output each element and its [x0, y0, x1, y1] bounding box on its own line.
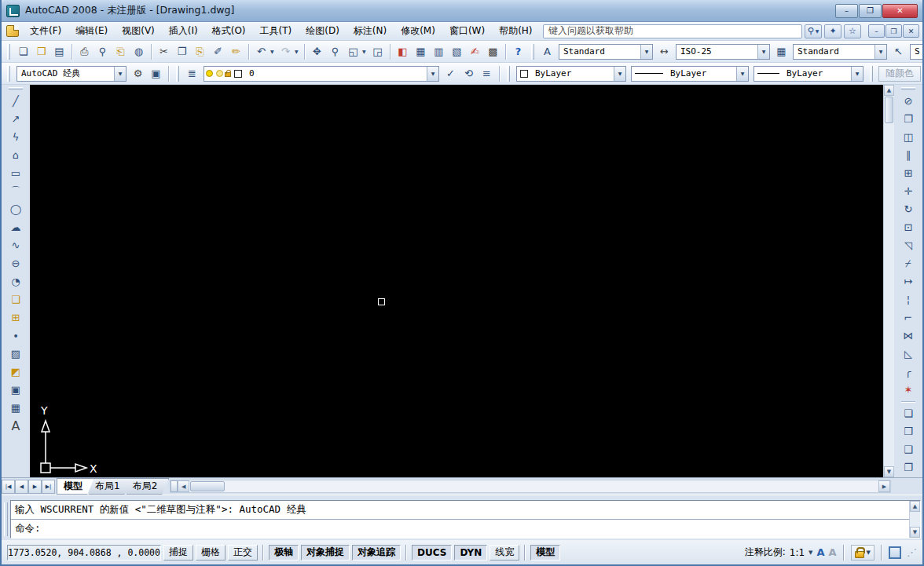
cut-icon[interactable]: ✂	[155, 43, 173, 60]
block-editor-icon[interactable]: ✏	[227, 43, 245, 60]
menu-modify[interactable]: 修改(M)	[394, 22, 442, 40]
chamfer-icon[interactable]: ◺	[900, 345, 918, 363]
chevron-down-icon[interactable]: ▼	[640, 45, 652, 59]
mirror-icon[interactable]: ◫	[900, 128, 918, 146]
menu-format[interactable]: 格式(O)	[205, 22, 253, 40]
toolbar-lock-button[interactable]: ▼	[851, 545, 874, 561]
join-icon[interactable]: ⋈	[900, 327, 918, 345]
tab-next-icon[interactable]: ▶	[28, 480, 42, 494]
mtext-icon[interactable]: A	[7, 417, 25, 435]
offset-icon[interactable]: ∥	[900, 146, 918, 164]
layer-properties-manager-icon[interactable]: ≣	[183, 65, 201, 82]
redo-dropdown-icon[interactable]: ▼	[295, 49, 301, 54]
pan-icon[interactable]: ✥	[308, 43, 326, 60]
vertical-scrollbar[interactable]: ▲ ▼	[883, 85, 894, 477]
undo-dropdown-icon[interactable]: ▼	[270, 49, 277, 54]
scroll-right-icon[interactable]: ▶	[878, 480, 890, 492]
text-style-icon[interactable]: A	[538, 43, 556, 60]
make-object-layer-current-icon[interactable]: ✓	[442, 65, 460, 82]
horizontal-scroll-thumb[interactable]	[190, 481, 225, 491]
tab-layout2[interactable]: 布局2	[126, 478, 170, 495]
toggle-model[interactable]: 模型	[530, 545, 560, 561]
command-window-grip[interactable]	[4, 502, 8, 536]
workspaces-toolbar-grip[interactable]	[7, 66, 10, 82]
layer-freeze-icon[interactable]	[216, 70, 223, 77]
menu-insert[interactable]: 插入(I)	[162, 22, 205, 40]
tab-prev-icon[interactable]: ◀	[15, 480, 28, 494]
ellipse-icon[interactable]: ⊖	[7, 254, 25, 272]
scroll-up-icon[interactable]: ▲	[884, 85, 894, 96]
dim-style-icon[interactable]: ↔	[655, 43, 673, 60]
drawing-canvas[interactable]: Y X	[30, 85, 883, 477]
chevron-down-icon[interactable]: ▼	[736, 67, 748, 81]
send-under-objects-icon[interactable]: ❐	[900, 458, 918, 477]
table-icon[interactable]: ▦	[7, 399, 25, 417]
new-icon[interactable]: ❏	[14, 43, 32, 60]
workspace-settings-gear-icon[interactable]: ⚙	[129, 65, 147, 82]
zoom-dropdown-icon[interactable]: ▼	[362, 49, 368, 54]
zoom-realtime-icon[interactable]: ⚲	[326, 43, 344, 60]
chevron-down-icon[interactable]: ▼	[808, 550, 812, 556]
color-combo[interactable]: ByLayer ▼	[516, 66, 626, 82]
close-button[interactable]: ✕	[882, 4, 918, 18]
undo-icon[interactable]: ↶	[252, 43, 270, 60]
rectangle-icon[interactable]: ▭	[7, 164, 25, 182]
tab-last-icon[interactable]: ▶|	[42, 480, 55, 494]
erase-icon[interactable]: ⊘	[900, 92, 918, 110]
toolbar-grip[interactable]	[7, 44, 10, 60]
break-icon[interactable]: ⌐	[900, 309, 918, 327]
array-icon[interactable]: ⊞	[900, 164, 918, 182]
paste-icon[interactable]: ⎘	[191, 43, 209, 60]
scroll-left-icon[interactable]: ◀	[178, 480, 189, 492]
zoom-window-icon[interactable]: ◱	[344, 43, 362, 60]
toggle-lineweight[interactable]: 线宽	[490, 545, 519, 561]
multileader-style-icon[interactable]: ↖	[889, 43, 908, 60]
send-to-back-icon[interactable]: ❒	[900, 422, 918, 440]
bring-above-objects-icon[interactable]: ❑	[900, 440, 918, 458]
layer-on-bulb-icon[interactable]	[206, 70, 213, 77]
properties-toolbar-grip[interactable]	[507, 66, 510, 82]
save-workspace-icon[interactable]: ▣	[147, 65, 165, 82]
tool-palettes-icon[interactable]: ▥	[430, 43, 448, 60]
quickcalc-icon[interactable]: ▩	[484, 43, 502, 60]
scroll-down-icon[interactable]: ▼	[884, 466, 894, 477]
fillet-icon[interactable]: ╭	[900, 363, 918, 381]
rotate-icon[interactable]: ↻	[900, 200, 918, 218]
hatch-icon[interactable]: ▨	[7, 345, 25, 363]
chevron-down-icon[interactable]: ▼	[614, 67, 625, 81]
plotstyle-toolbar-grip[interactable]	[870, 66, 873, 82]
toggle-ortho[interactable]: 正交	[228, 545, 258, 561]
chevron-down-icon[interactable]: ▼	[757, 45, 769, 59]
toggle-otrack[interactable]: 对象追踪	[352, 545, 401, 561]
toggle-dyn[interactable]: DYN	[454, 545, 487, 561]
save-icon[interactable]: ▤	[50, 43, 68, 60]
markup-set-manager-icon[interactable]: ✍	[466, 43, 484, 60]
menu-window[interactable]: 窗口(W)	[442, 22, 492, 40]
communication-center-icon[interactable]: ✦	[824, 24, 842, 38]
restore-button[interactable]: ❐	[859, 4, 882, 18]
sheet-set-manager-icon[interactable]: ▧	[448, 43, 466, 60]
scale-icon[interactable]: ⊡	[900, 218, 918, 236]
menu-help[interactable]: 帮助(H)	[492, 22, 539, 40]
annotation-visibility-icon[interactable]: A	[816, 546, 824, 558]
table-style-icon[interactable]: ▦	[772, 43, 790, 60]
help-icon[interactable]: ?	[509, 43, 527, 60]
insert-block-icon[interactable]: ❑	[7, 290, 25, 309]
layers-toolbar-grip[interactable]	[176, 66, 179, 82]
toolbar-grip[interactable]	[9, 87, 23, 89]
spline-icon[interactable]: ∿	[7, 236, 25, 254]
copy-icon[interactable]: ❐	[173, 43, 191, 60]
mdi-close-button[interactable]: ✕	[903, 24, 919, 38]
tab-first-icon[interactable]: |◀	[2, 480, 15, 494]
favorites-star-icon[interactable]: ☆	[844, 24, 861, 38]
layer-previous-icon[interactable]: ⟲	[460, 65, 478, 82]
move-icon[interactable]: ✛	[900, 182, 918, 200]
menu-edit[interactable]: 编辑(E)	[68, 22, 115, 40]
scrollbar-splitter[interactable]	[170, 480, 178, 492]
ellipse-arc-icon[interactable]: ◔	[7, 272, 25, 290]
minimize-button[interactable]: –	[835, 4, 858, 18]
gradient-icon[interactable]: ◩	[7, 363, 25, 381]
bring-to-front-icon[interactable]: ❏	[900, 404, 918, 422]
table-style-combo[interactable]: Standard ▼	[793, 44, 887, 60]
trim-icon[interactable]: ⌿	[900, 254, 918, 272]
